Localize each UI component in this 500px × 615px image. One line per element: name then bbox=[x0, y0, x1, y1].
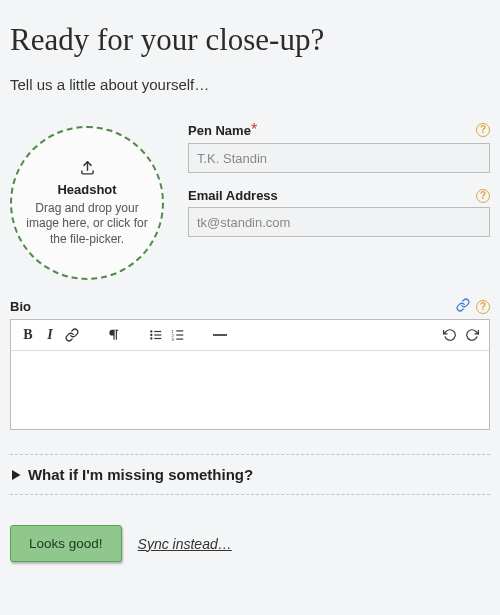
pen-name-label: Pen Name bbox=[188, 123, 251, 138]
upload-icon bbox=[79, 159, 96, 180]
svg-rect-8 bbox=[176, 330, 183, 331]
svg-point-5 bbox=[150, 337, 152, 339]
svg-rect-2 bbox=[154, 331, 161, 332]
redo-button[interactable] bbox=[461, 324, 483, 346]
undo-button[interactable] bbox=[439, 324, 461, 346]
svg-rect-12 bbox=[176, 339, 183, 340]
email-label: Email Address bbox=[188, 188, 278, 203]
bio-label: Bio bbox=[10, 299, 31, 314]
paragraph-button[interactable] bbox=[103, 324, 125, 346]
sync-link[interactable]: Sync instead… bbox=[138, 536, 232, 552]
required-mark: * bbox=[251, 121, 257, 138]
faq-summary[interactable]: What if I'm missing something? bbox=[12, 466, 488, 483]
email-field-group: Email Address ? bbox=[188, 188, 490, 237]
svg-rect-6 bbox=[154, 338, 161, 339]
page-title: Ready for your close-up? bbox=[10, 22, 490, 58]
pen-name-field-group: Pen Name* ? bbox=[188, 121, 490, 173]
help-icon[interactable]: ? bbox=[476, 123, 490, 137]
submit-button[interactable]: Looks good! bbox=[10, 525, 122, 562]
headshot-title: Headshot bbox=[57, 182, 116, 197]
svg-rect-10 bbox=[176, 334, 183, 335]
page-subtitle: Tell us a little about yourself… bbox=[10, 76, 490, 93]
bio-field-group: Bio ? B I bbox=[10, 298, 490, 430]
faq-disclosure[interactable]: What if I'm missing something? bbox=[10, 454, 490, 495]
headshot-dropzone[interactable]: Headshot Drag and drop your image here, … bbox=[10, 126, 164, 280]
headshot-instructions: Drag and drop your image here, or click … bbox=[26, 201, 148, 248]
svg-point-1 bbox=[150, 330, 152, 332]
pen-name-input[interactable] bbox=[188, 143, 490, 173]
insert-link-button[interactable] bbox=[61, 324, 83, 346]
link-icon[interactable] bbox=[456, 298, 470, 315]
horizontal-rule-button[interactable] bbox=[209, 324, 231, 346]
bullet-list-button[interactable] bbox=[145, 324, 167, 346]
ordered-list-button[interactable]: 1 2 3 bbox=[167, 324, 189, 346]
bio-textarea[interactable] bbox=[11, 351, 489, 429]
email-input[interactable] bbox=[188, 207, 490, 237]
bio-editor: B I bbox=[10, 319, 490, 430]
italic-button[interactable]: I bbox=[39, 324, 61, 346]
help-icon[interactable]: ? bbox=[476, 300, 490, 314]
bold-button[interactable]: B bbox=[17, 324, 39, 346]
editor-toolbar: B I bbox=[11, 320, 489, 351]
help-icon[interactable]: ? bbox=[476, 189, 490, 203]
svg-point-3 bbox=[150, 334, 152, 336]
svg-text:3: 3 bbox=[172, 337, 175, 342]
svg-rect-4 bbox=[154, 334, 161, 335]
